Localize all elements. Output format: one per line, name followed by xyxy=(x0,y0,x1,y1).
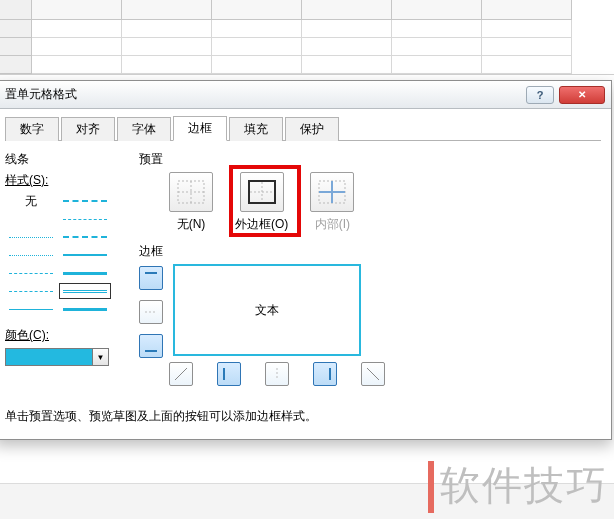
chevron-down-icon: ▼ xyxy=(93,348,109,366)
tab-align[interactable]: 对齐 xyxy=(61,117,115,141)
spreadsheet-background xyxy=(0,0,614,75)
bottom-strip xyxy=(0,483,614,519)
tab-font[interactable]: 字体 xyxy=(117,117,171,141)
border-hmid-button[interactable] xyxy=(139,300,163,324)
line-style-grid: 无 xyxy=(5,193,125,317)
line-style-opt[interactable] xyxy=(5,265,57,281)
line-style-opt[interactable] xyxy=(59,301,111,317)
border-vmid-button[interactable] xyxy=(265,362,289,386)
line-style-opt-selected[interactable] xyxy=(59,283,111,299)
preset-inside[interactable]: 内部(I) xyxy=(310,172,354,233)
border-diag-up-button[interactable] xyxy=(169,362,193,386)
border-top-button[interactable] xyxy=(139,266,163,290)
border-preview: 文本 xyxy=(173,264,361,356)
tab-border[interactable]: 边框 xyxy=(173,116,227,141)
titlebar[interactable]: 置单元格格式 ? ✕ xyxy=(0,81,611,109)
preset-outline[interactable]: 外边框(O) xyxy=(235,172,288,233)
line-group-label: 线条 xyxy=(5,151,125,168)
border-right-button[interactable] xyxy=(313,362,337,386)
preset-none-icon xyxy=(169,172,213,212)
preset-inside-label: 内部(I) xyxy=(315,216,350,233)
dialog-title: 置单元格格式 xyxy=(5,86,77,103)
svg-line-12 xyxy=(175,368,187,380)
line-style-opt[interactable] xyxy=(59,193,111,209)
preset-none-label: 无(N) xyxy=(177,216,206,233)
preset-outline-icon xyxy=(240,172,284,212)
tab-strip: 数字 对齐 字体 边框 填充 保护 xyxy=(5,117,601,141)
line-style-opt[interactable] xyxy=(5,229,57,245)
hint-text: 单击预置选项、预览草图及上面的按钮可以添加边框样式。 xyxy=(5,408,601,425)
line-style-opt[interactable] xyxy=(59,229,111,245)
tab-protect[interactable]: 保护 xyxy=(285,117,339,141)
color-picker[interactable]: ▼ xyxy=(5,348,125,366)
border-diag-down-button[interactable] xyxy=(361,362,385,386)
line-style-label: 样式(S): xyxy=(5,172,125,189)
line-style-none[interactable]: 无 xyxy=(5,193,57,209)
line-style-opt[interactable] xyxy=(59,265,111,281)
line-style-opt[interactable] xyxy=(5,301,57,317)
close-button[interactable]: ✕ xyxy=(559,86,605,104)
border-group-label: 边框 xyxy=(139,243,601,260)
svg-line-16 xyxy=(367,368,379,380)
presets-group-label: 预置 xyxy=(139,151,601,168)
line-style-opt[interactable] xyxy=(59,211,111,227)
tab-number[interactable]: 数字 xyxy=(5,117,59,141)
line-style-opt[interactable] xyxy=(59,247,111,263)
close-icon: ✕ xyxy=(578,89,586,100)
color-swatch xyxy=(5,348,93,366)
preview-text: 文本 xyxy=(255,302,279,319)
tab-fill[interactable]: 填充 xyxy=(229,117,283,141)
line-style-opt[interactable] xyxy=(5,211,57,227)
line-style-opt[interactable] xyxy=(5,247,57,263)
line-style-opt[interactable] xyxy=(5,283,57,299)
preset-inside-icon xyxy=(310,172,354,212)
preset-outline-label: 外边框(O) xyxy=(235,216,288,233)
color-label: 颜色(C): xyxy=(5,327,125,344)
help-button[interactable]: ? xyxy=(526,86,554,104)
border-bottom-button[interactable] xyxy=(139,334,163,358)
help-icon: ? xyxy=(537,89,544,101)
border-left-button[interactable] xyxy=(217,362,241,386)
format-cells-dialog: 置单元格格式 ? ✕ 数字 对齐 字体 边框 填充 保护 线条 样式(S): xyxy=(0,80,612,440)
preset-none[interactable]: 无(N) xyxy=(169,172,213,233)
